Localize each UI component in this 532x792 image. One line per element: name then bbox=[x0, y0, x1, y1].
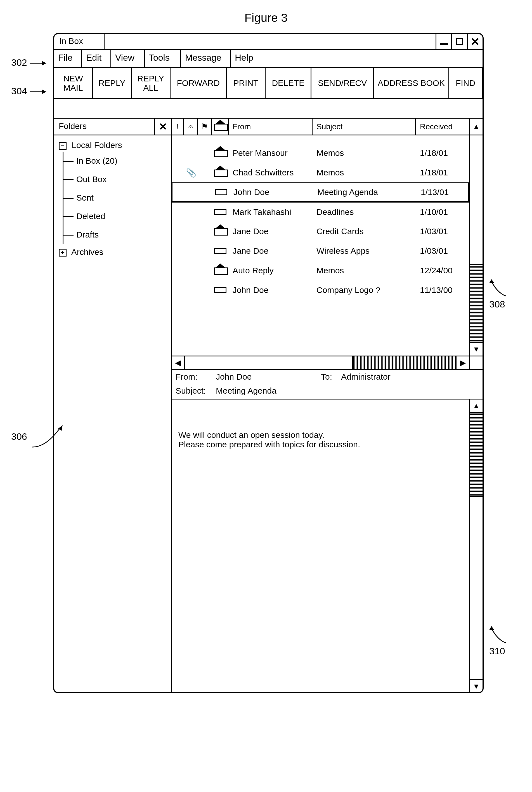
folder-sent[interactable]: Sent bbox=[63, 188, 166, 207]
local-folders-node[interactable]: − Local Folders In Box (20) Out Box Sent… bbox=[59, 141, 166, 244]
col-flag[interactable]: ⚑ bbox=[198, 118, 212, 134]
cell-envelope bbox=[212, 203, 229, 222]
message-row[interactable]: John DoeCompany Logo ?11/13/00 bbox=[172, 280, 469, 300]
cell-attachment bbox=[184, 241, 198, 261]
list-vscroll-down[interactable]: ▼ bbox=[470, 342, 482, 355]
cell-from: Mark Takahashi bbox=[229, 203, 312, 222]
message-row[interactable]: John DoeMeeting Agenda1/13/01 bbox=[172, 182, 469, 202]
preview-header: From: John Doe Subject: Meeting Agenda T… bbox=[172, 370, 482, 400]
menu-help[interactable]: Help bbox=[231, 50, 262, 67]
message-row[interactable]: Jane DoeCredit Cards1/03/01 bbox=[172, 222, 469, 241]
cell-flag bbox=[198, 261, 212, 280]
menu-file[interactable]: File bbox=[54, 50, 82, 67]
col-attachment[interactable]: 𝄐 bbox=[184, 118, 198, 134]
list-hscroll-left[interactable]: ◀ bbox=[172, 356, 185, 369]
print-button[interactable]: PRINT bbox=[227, 68, 266, 98]
list-vscroll-track[interactable] bbox=[470, 135, 482, 342]
minimize-button[interactable] bbox=[436, 34, 451, 49]
list-hscroll-right[interactable]: ▶ bbox=[456, 356, 469, 369]
forward-button[interactable]: FORWARD bbox=[171, 68, 227, 98]
find-button[interactable]: FIND bbox=[449, 68, 482, 98]
cell-envelope bbox=[213, 183, 229, 201]
cell-subject: Credit Cards bbox=[312, 222, 416, 241]
folder-outbox[interactable]: Out Box bbox=[63, 170, 166, 188]
cell-attachment bbox=[184, 280, 198, 300]
local-folders-children: In Box (20) Out Box Sent Deleted Drafts bbox=[63, 152, 166, 244]
flag-icon: ⚑ bbox=[201, 122, 208, 131]
menu-edit[interactable]: Edit bbox=[82, 50, 111, 67]
list-hscroll[interactable]: ◀ ▶ bbox=[172, 356, 482, 370]
folder-deleted[interactable]: Deleted bbox=[63, 207, 166, 225]
cell-from: John Doe bbox=[229, 280, 312, 300]
folder-drafts[interactable]: Drafts bbox=[63, 225, 166, 244]
preview-from-label: From: bbox=[172, 370, 212, 384]
svg-marker-6 bbox=[489, 626, 494, 630]
collapse-icon[interactable]: − bbox=[59, 142, 66, 150]
expand-icon[interactable]: + bbox=[59, 249, 66, 257]
cell-received: 12/24/00 bbox=[416, 261, 469, 280]
message-row[interactable]: 📎Chad SchwittersMemos1/18/01 bbox=[172, 163, 469, 182]
menu-view[interactable]: View bbox=[111, 50, 145, 67]
titlebar: In Box ✕ bbox=[54, 34, 482, 50]
preview-vscroll-up[interactable]: ▲ bbox=[470, 400, 482, 413]
list-vscroll-thumb[interactable] bbox=[470, 264, 482, 342]
close-button[interactable]: ✕ bbox=[467, 34, 482, 49]
titlebar-spacer bbox=[104, 34, 436, 49]
folder-pane-close[interactable]: ✕ bbox=[154, 118, 171, 134]
col-received[interactable]: Received bbox=[416, 118, 469, 134]
maximize-button[interactable] bbox=[451, 34, 467, 49]
newmail-button[interactable]: NEW MAIL bbox=[54, 68, 93, 98]
cell-subject: Meeting Agenda bbox=[314, 183, 417, 201]
folder-pane: Folders ✕ − Local Folders In Box (20) Ou… bbox=[54, 118, 172, 693]
col-subject[interactable]: Subject bbox=[312, 118, 416, 134]
list-hscroll-thumb[interactable] bbox=[352, 356, 456, 369]
envelope-open-icon bbox=[214, 227, 226, 236]
addressbook-button[interactable]: ADDRESS BOOK bbox=[374, 68, 449, 98]
message-row[interactable]: Peter MansourMemos1/18/01 bbox=[172, 143, 469, 163]
preview-line2: Please come prepared with topics for dis… bbox=[178, 440, 462, 449]
cell-received: 1/03/01 bbox=[416, 241, 469, 261]
cell-received: 1/03/01 bbox=[416, 222, 469, 241]
svg-marker-1 bbox=[42, 61, 46, 66]
cell-received: 1/13/01 bbox=[417, 183, 468, 201]
delete-button[interactable]: DELETE bbox=[266, 68, 311, 98]
replyall-button[interactable]: REPLY ALL bbox=[132, 68, 171, 98]
cell-received: 1/18/01 bbox=[416, 143, 469, 163]
cell-subject: Company Logo ? bbox=[312, 280, 416, 300]
preview-vscroll-thumb[interactable] bbox=[470, 413, 482, 497]
message-row[interactable]: Mark TakahashiDeadlines1/10/01 bbox=[172, 202, 469, 222]
cell-importance bbox=[172, 143, 184, 163]
preview-subject-value: Meeting Agenda bbox=[212, 384, 317, 398]
workspace: Folders ✕ − Local Folders In Box (20) Ou… bbox=[54, 118, 482, 693]
preview-to-label: To: bbox=[317, 370, 337, 384]
archives-node[interactable]: + Archives bbox=[59, 247, 166, 257]
toolbar-gap bbox=[54, 99, 482, 118]
folder-inbox[interactable]: In Box (20) bbox=[63, 152, 166, 170]
cell-envelope bbox=[212, 163, 229, 182]
list-vscroll-up[interactable]: ▲ bbox=[469, 118, 482, 134]
message-list-header: ! 𝄐 ⚑ From Subject Received ▲ bbox=[172, 118, 482, 135]
menu-tools[interactable]: Tools bbox=[145, 50, 181, 67]
cell-attachment bbox=[185, 183, 199, 201]
col-envelope[interactable] bbox=[212, 118, 229, 134]
cell-importance bbox=[172, 163, 184, 182]
message-row[interactable]: Jane DoeWireless Apps1/03/01 bbox=[172, 241, 469, 261]
cell-subject: Deadlines bbox=[312, 203, 416, 222]
cell-flag bbox=[198, 241, 212, 261]
sendrecv-button[interactable]: SEND/RECV bbox=[311, 68, 374, 98]
preview-vscroll[interactable]: ▲ ▼ bbox=[469, 400, 482, 693]
reply-button[interactable]: REPLY bbox=[93, 68, 132, 98]
col-from[interactable]: From bbox=[229, 118, 312, 134]
preview-vscroll-track[interactable] bbox=[470, 413, 482, 679]
preview-vscroll-down[interactable]: ▼ bbox=[470, 679, 482, 693]
cell-attachment: 📎 bbox=[184, 163, 198, 182]
list-vscroll[interactable]: ▼ bbox=[469, 135, 482, 355]
message-row[interactable]: Auto ReplyMemos12/24/00 bbox=[172, 261, 469, 280]
cell-importance bbox=[172, 261, 184, 280]
message-list: Peter MansourMemos1/18/01📎Chad Schwitter… bbox=[172, 135, 469, 355]
menubar: File Edit View Tools Message Help bbox=[54, 50, 482, 68]
list-hscroll-track[interactable] bbox=[185, 356, 456, 369]
menu-message[interactable]: Message bbox=[181, 50, 231, 67]
message-list-area: Peter MansourMemos1/18/01📎Chad Schwitter… bbox=[172, 135, 482, 356]
col-importance[interactable]: ! bbox=[172, 118, 184, 134]
